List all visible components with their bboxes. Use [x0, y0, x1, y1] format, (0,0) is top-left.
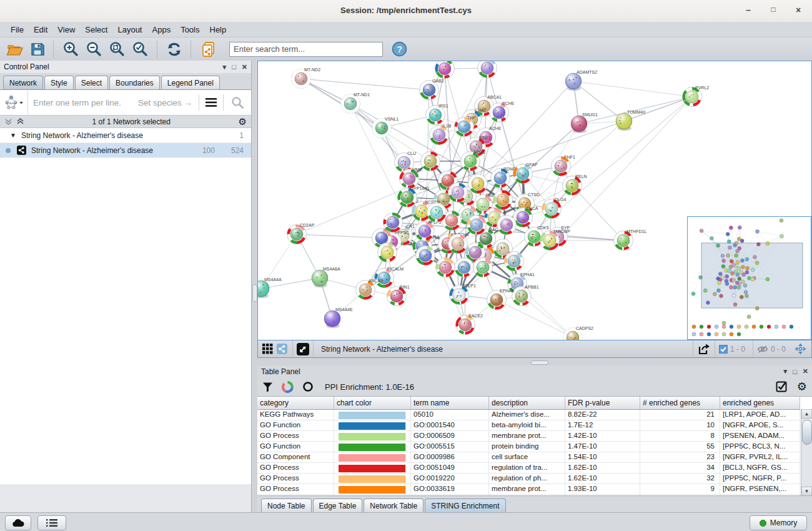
- column-header[interactable]: term name: [411, 397, 489, 409]
- table-header-row[interactable]: categorychart colorterm namedescriptionF…: [257, 397, 800, 410]
- menu-apps[interactable]: Apps: [148, 23, 176, 36]
- hidden-eye-icon[interactable]: [757, 345, 768, 354]
- network-node-ABCA7[interactable]: ABCA7: [356, 279, 384, 300]
- panel-menu-icon[interactable]: ▾: [784, 367, 788, 375]
- string-view-button[interactable]: [277, 344, 287, 354]
- vertical-splitter[interactable]: [252, 61, 257, 512]
- cloud-services-button[interactable]: [5, 515, 31, 530]
- network-node[interactable]: [505, 252, 524, 271]
- tab-network-table[interactable]: Network Table: [364, 499, 423, 512]
- close-button[interactable]: ×: [793, 5, 803, 15]
- network-node-TOMM40[interactable]: TOMM40: [616, 110, 645, 131]
- table-row[interactable]: GO ProcessGO:0050435beta-amyloid m...2.0…: [257, 495, 800, 496]
- menu-layout[interactable]: Layout: [113, 23, 146, 36]
- set-species-link[interactable]: Set species →: [138, 98, 192, 107]
- network-node[interactable]: [448, 234, 468, 254]
- scroll-up-arrow[interactable]: ▲: [801, 409, 812, 419]
- splitter-handle[interactable]: [252, 284, 257, 302]
- column-header[interactable]: # enriched genes: [640, 397, 720, 409]
- float-panel-icon[interactable]: □: [793, 368, 797, 375]
- network-node-VSNL1[interactable]: VSNL1: [372, 117, 399, 138]
- network-node-PHF1[interactable]: PHF1: [552, 155, 576, 176]
- float-panel-icon[interactable]: □: [232, 63, 236, 71]
- tab-string-enrichment[interactable]: STRING Enrichment: [425, 499, 505, 512]
- birdseye-toggle-button[interactable]: [795, 343, 806, 355]
- network-node-APLP1[interactable]: APLP1: [450, 284, 476, 305]
- column-header[interactable]: FDR p-value: [565, 397, 640, 409]
- network-node-BIN1[interactable]: BIN1: [387, 285, 410, 306]
- table-row[interactable]: GO ComponentGO:0009986cell surface1.54E-…: [257, 452, 800, 463]
- tab-edge-table[interactable]: Edge Table: [313, 499, 363, 512]
- network-node-PVRL2[interactable]: PVRL2: [683, 86, 710, 107]
- zoom-selected-button[interactable]: [132, 41, 149, 57]
- network-node[interactable]: [478, 61, 497, 78]
- grid-view-button[interactable]: [262, 344, 273, 354]
- network-node[interactable]: [378, 243, 397, 262]
- table-row[interactable]: GO ProcessGO:0033619membrane prot...1.93…: [257, 484, 800, 495]
- collapse-all-icon[interactable]: [16, 117, 24, 126]
- network-node-MS4A4E[interactable]: MS4A4E: [324, 307, 353, 328]
- splitter-handle[interactable]: [531, 360, 548, 365]
- network-node[interactable]: [467, 216, 487, 235]
- menu-view[interactable]: View: [53, 23, 79, 36]
- birdseye-view[interactable]: [687, 216, 811, 340]
- settings-gear-icon[interactable]: ⚙: [797, 380, 807, 394]
- filter-button[interactable]: [262, 382, 273, 392]
- network-node-APBB1[interactable]: APBB1: [512, 285, 539, 306]
- collapse-caret-icon[interactable]: ▼: [10, 132, 16, 139]
- tab-style[interactable]: Style: [44, 76, 74, 89]
- menu-file[interactable]: File: [6, 23, 28, 36]
- network-node-MT-ND1[interactable]: MT-ND1: [341, 92, 370, 114]
- network-node[interactable]: [416, 246, 435, 266]
- scroll-down-arrow[interactable]: ▼: [801, 487, 812, 496]
- string-search-button[interactable]: [231, 96, 244, 109]
- table-row[interactable]: GO ProcessGO:0019220regulation of ph...1…: [257, 474, 800, 484]
- menu-tools[interactable]: Tools: [176, 23, 204, 36]
- tab-node-table[interactable]: Node Table: [261, 499, 312, 512]
- tab-legend-panel[interactable]: Legend Panel: [161, 76, 220, 89]
- maximize-button[interactable]: □: [768, 5, 778, 15]
- close-panel-icon[interactable]: ✕: [803, 367, 808, 375]
- open-session-button[interactable]: [6, 42, 24, 57]
- save-session-button[interactable]: [30, 42, 45, 57]
- network-node-MS4A6A[interactable]: MS4A6A: [312, 267, 340, 287]
- network-node-CD2AP[interactable]: CD2AP: [287, 223, 315, 244]
- network-node-IRS1[interactable]: IRS1: [426, 104, 448, 125]
- network-node-MT-ND2[interactable]: MT-ND2: [292, 67, 321, 89]
- table-row[interactable]: GO FunctionGO:0001540beta-amyloid bi...1…: [257, 420, 800, 431]
- minimize-button[interactable]: –: [743, 5, 753, 15]
- network-node-MS4A4A[interactable]: MS4A4A: [258, 277, 282, 298]
- table-row[interactable]: GO ProcessGO:0051049regulation of tra...…: [257, 463, 800, 474]
- scroll-thumb[interactable]: [802, 420, 812, 445]
- apply-layout-button[interactable]: [166, 41, 182, 57]
- column-header[interactable]: description: [489, 397, 565, 409]
- close-panel-icon[interactable]: ✕: [242, 63, 247, 71]
- network-node[interactable]: [493, 191, 513, 210]
- menu-select[interactable]: Select: [81, 23, 112, 36]
- memory-button[interactable]: Memory: [750, 515, 807, 530]
- table-row[interactable]: KEGG Pathways05010Alzheimer's dise...8.8…: [257, 410, 800, 420]
- tab-boundaries[interactable]: Boundaries: [109, 76, 160, 89]
- network-node-IL1B[interactable]: IL1B: [430, 124, 452, 145]
- chart-button[interactable]: [282, 381, 294, 393]
- network-node[interactable]: [473, 258, 493, 277]
- network-from-clipboard-button[interactable]: [200, 41, 217, 58]
- network-node-BACE2[interactable]: BACE2: [456, 314, 483, 335]
- network-node-GFAP[interactable]: GFAP: [513, 162, 538, 184]
- zoom-out-button[interactable]: [86, 41, 102, 57]
- table-scrollbar[interactable]: ▲ ▼: [801, 409, 812, 496]
- network-node[interactable]: [427, 203, 447, 222]
- query-options-button[interactable]: [205, 98, 217, 107]
- network-node[interactable]: [435, 61, 455, 79]
- select-rows-button[interactable]: [776, 381, 787, 392]
- network-node[interactable]: [436, 258, 455, 277]
- menu-help[interactable]: Help: [205, 23, 231, 36]
- network-node[interactable]: [448, 183, 468, 202]
- export-network-button[interactable]: [697, 343, 711, 355]
- network-node-RELN[interactable]: RELN: [563, 174, 587, 196]
- string-source-selector[interactable]: STRING: [0, 90, 28, 115]
- network-node[interactable]: [468, 174, 488, 194]
- ring-chart-button[interactable]: [302, 381, 314, 392]
- task-history-button[interactable]: [37, 515, 66, 530]
- string-query-input[interactable]: Enter one term per line.: [28, 98, 138, 107]
